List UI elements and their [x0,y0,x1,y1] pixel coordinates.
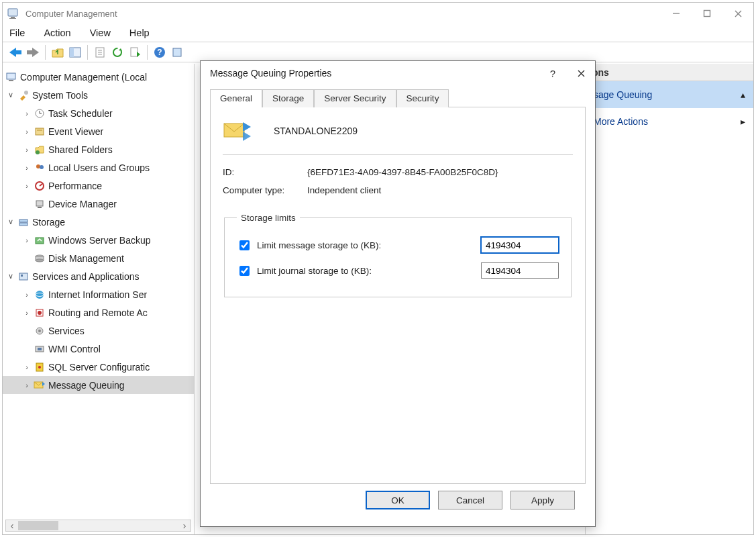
export-list-button[interactable] [126,44,144,61]
svg-marker-58 [42,382,45,386]
help-button[interactable]: ? [151,44,168,61]
tree-storage[interactable]: ∨Storage [3,213,194,231]
forward-button[interactable] [24,44,42,61]
tabstrip: General Storage Server Security Security [210,87,586,107]
svg-rect-45 [19,273,28,280]
limit-journal-checkbox-label[interactable]: Limit journal storage to (KB): [237,264,372,278]
horizontal-scrollbar[interactable]: ‹ › [5,520,191,532]
help-button[interactable]: ? [539,61,567,85]
expand-icon[interactable]: › [21,146,32,154]
menu-file[interactable]: File [9,28,25,38]
svg-marker-20 [137,52,140,57]
menubar: File Action View Help [3,24,753,42]
limit-message-checkbox[interactable] [239,240,250,250]
tab-general[interactable]: General [210,89,262,107]
svg-point-33 [36,164,40,168]
actions-header: ons [586,64,753,81]
tree-system-tools[interactable]: ∨ System Tools [3,86,194,104]
tree-label: Event Viewer [48,126,103,137]
tree-routing[interactable]: ›Routing and Remote Ac [3,303,194,322]
tree-local-users[interactable]: ›Local Users and Groups [3,158,194,177]
actions-item-more[interactable]: More Actions ▸ [586,108,753,135]
tab-storage[interactable]: Storage [262,89,314,107]
svg-rect-1 [11,17,15,18]
tree-device-manager[interactable]: Device Manager [3,195,194,213]
up-folder-button[interactable] [49,44,66,61]
expand-icon[interactable]: › [21,109,32,117]
svg-rect-23 [173,48,181,56]
menu-view[interactable]: View [90,28,111,38]
menu-help[interactable]: Help [129,28,150,38]
sql-icon [34,361,46,373]
tree-sql-config[interactable]: ›SQL Server Configuratic [3,358,194,376]
expand-icon[interactable]: › [21,182,32,190]
scroll-right-icon[interactable]: › [178,520,191,531]
limit-message-checkbox-label[interactable]: Limit message storage to (KB): [237,238,381,252]
tree-shared-folders[interactable]: ›Shared Folders [3,140,194,158]
tree-performance[interactable]: ›Performance [3,177,194,195]
collapse-icon[interactable]: ∨ [5,217,16,226]
tree-iis[interactable]: ›Internet Information Ser [3,285,194,303]
expand-icon[interactable]: › [21,381,32,389]
limit-journal-input[interactable] [481,262,559,279]
envelope-icon [223,119,252,142]
expand-icon[interactable]: › [21,363,32,371]
clock-icon [34,107,46,119]
tree-event-viewer[interactable]: ›Event Viewer [3,122,194,140]
svg-rect-19 [131,48,138,56]
limit-journal-checkbox[interactable] [239,266,250,276]
tree-message-queuing[interactable]: ›Message Queuing [3,376,194,394]
maximize-button[interactable] [692,3,722,24]
limit-message-input[interactable] [481,237,559,253]
tree-services-apps[interactable]: ∨Services and Applications [3,267,194,285]
tree-disk-management[interactable]: Disk Management [3,249,194,267]
menu-action[interactable]: Action [44,28,70,38]
tree-label: Device Manager [48,199,117,209]
collapse-icon[interactable]: ∨ [5,91,16,99]
extra-button[interactable] [168,44,186,61]
tree-task-scheduler[interactable]: ›Task Scheduler [3,104,194,122]
show-hide-tree-button[interactable] [66,44,84,61]
actions-item-message-queuing[interactable]: sage Queuing ▴ [586,81,753,108]
tree-services[interactable]: Services [3,322,194,340]
collapse-icon[interactable]: ∨ [5,272,16,281]
svg-point-56 [38,366,41,369]
svg-marker-9 [32,48,39,57]
titlebar: Computer Management [3,3,753,24]
performance-icon [34,180,46,192]
properties-button[interactable] [91,44,109,61]
tab-security[interactable]: Security [396,89,449,107]
tree-windows-server-backup[interactable]: ›Windows Server Backup [3,231,194,249]
close-button[interactable] [722,3,753,24]
expand-icon[interactable]: › [21,164,32,172]
scroll-left-icon[interactable]: ‹ [6,520,18,531]
scrollbar-thumb[interactable] [18,521,58,530]
expand-icon[interactable]: › [21,309,32,317]
services-apps-icon [17,271,30,283]
minimize-button[interactable] [661,3,692,24]
expand-icon[interactable]: › [21,128,32,136]
expand-icon[interactable]: › [21,291,32,299]
tab-server-security[interactable]: Server Security [314,89,396,107]
tree-root[interactable]: Computer Management (Local [3,68,194,86]
tree-label: Disk Management [48,253,124,264]
svg-point-26 [24,91,28,95]
close-button[interactable] [567,61,595,85]
tree-label: Shared Folders [48,144,113,155]
tree-label: Message Queuing [48,380,125,391]
refresh-button[interactable] [109,44,126,61]
properties-dialog: Message Queuing Properties ? General Sto… [200,60,596,527]
tree-pane[interactable]: Computer Management (Local ∨ System Tool… [3,64,195,534]
tree-label: Local Users and Groups [48,162,150,173]
back-button[interactable] [7,44,24,61]
cancel-button[interactable]: Cancel [438,491,502,509]
apply-button[interactable]: Apply [510,491,575,509]
expand-icon[interactable]: › [21,236,32,244]
svg-point-47 [36,291,44,299]
svg-rect-30 [36,128,44,135]
ok-button[interactable]: OK [366,491,430,509]
toolbar: ? [3,42,753,62]
svg-rect-54 [38,348,42,350]
tree-wmi[interactable]: WMI Control [3,340,194,358]
type-label: Computer type: [223,185,307,195]
